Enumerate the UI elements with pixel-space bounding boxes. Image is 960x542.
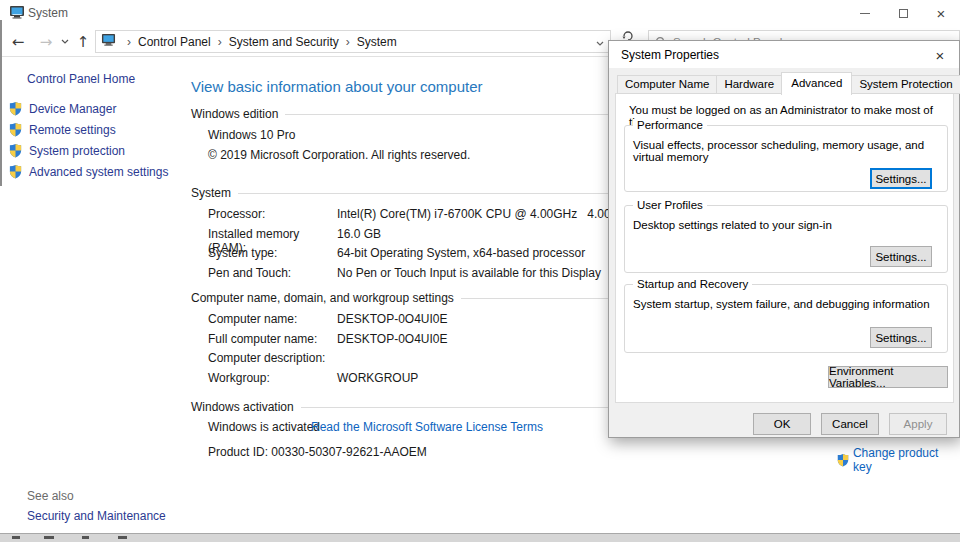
sidebar-item-label: System protection [29, 144, 125, 158]
see-also-heading: See also [27, 489, 74, 503]
table-row: Computer name: DESKTOP-0O4UI0E [208, 312, 447, 332]
uac-shield-icon [8, 122, 23, 137]
sidebar-item-system-protection[interactable]: System protection [8, 143, 125, 158]
section-title: System [191, 186, 238, 200]
product-id: Product ID: 00330-50307-92621-AAOEM [208, 445, 427, 459]
close-icon: × [937, 6, 946, 21]
background-fragment [44, 536, 54, 539]
table-row: Computer description: [208, 351, 447, 371]
tab-system-protection[interactable]: System Protection [851, 75, 960, 94]
section-title: Windows activation [191, 400, 301, 414]
system-info-rows: Processor: Intel(R) Core(TM) i7-6700K CP… [208, 207, 638, 285]
change-product-key-link[interactable]: Change product key [836, 446, 960, 474]
uac-shield-icon [8, 101, 23, 116]
breadcrumb-separator: › [346, 35, 350, 49]
breadcrumb-separator: › [218, 35, 222, 49]
ok-button[interactable]: OK [753, 413, 811, 435]
sidebar-item-control-panel-home[interactable]: Control Panel Home [27, 72, 135, 86]
dialog-title: System Properties [621, 48, 719, 62]
row-label: System type: [208, 246, 337, 266]
maximize-icon [899, 9, 908, 18]
page-title: View basic information about your comput… [191, 78, 483, 95]
window-title: System [28, 6, 68, 20]
table-row: System type: 64-bit Operating System, x6… [208, 246, 638, 266]
sidebar-item-label: Remote settings [29, 123, 116, 137]
row-value: 16.0 GB [337, 227, 381, 247]
maximize-button[interactable] [884, 0, 922, 26]
table-row: Installed memory (RAM): 16.0 GB [208, 227, 638, 247]
cancel-button[interactable]: Cancel [821, 413, 879, 435]
back-button[interactable]: ← [6, 26, 30, 57]
row-label: Workgroup: [208, 371, 337, 391]
uac-shield-icon [8, 164, 23, 179]
startup-recovery-settings-button[interactable]: Settings... [870, 327, 932, 348]
row-label: Pen and Touch: [208, 266, 337, 286]
tab-hardware[interactable]: Hardware [716, 75, 782, 94]
table-row: Pen and Touch: No Pen or Touch Input is … [208, 266, 638, 286]
row-label: Computer description: [208, 351, 337, 371]
computer-name-rows: Computer name: DESKTOP-0O4UI0E Full comp… [208, 312, 447, 390]
background-fragment [82, 536, 89, 539]
chevron-down-icon [61, 39, 69, 44]
computer-icon [101, 33, 116, 50]
table-row: Processor: Intel(R) Core(TM) i7-6700K CP… [208, 207, 638, 227]
group-description: Desktop settings related to your sign-in [633, 219, 832, 231]
breadcrumb-separator: › [127, 35, 131, 49]
row-label: Computer name: [208, 312, 337, 332]
sidebar-item-security-and-maintenance[interactable]: Security and Maintenance [27, 509, 166, 523]
user-profiles-group: User Profiles Desktop settings related t… [624, 205, 948, 273]
environment-variables-button[interactable]: Environment Variables... [828, 366, 948, 388]
table-row: Full computer name: DESKTOP-0O4UI0E [208, 332, 447, 352]
sidebar-item-label: Advanced system settings [29, 165, 168, 179]
system-control-panel-window: System × ← → ↑ › Control Panel › System … [0, 0, 960, 542]
recent-pages-dropdown[interactable] [58, 26, 72, 57]
row-label: Processor: [208, 207, 337, 227]
address-dropdown-icon[interactable] [596, 35, 604, 49]
breadcrumb-item-control-panel[interactable]: Control Panel [138, 35, 211, 49]
startup-recovery-group: Startup and Recovery System startup, sys… [624, 284, 948, 353]
group-title: User Profiles [633, 199, 707, 211]
breadcrumb-item-system-and-security[interactable]: System and Security [229, 35, 339, 49]
minimize-icon [860, 13, 870, 14]
title-bar: System × [0, 0, 960, 26]
forward-button[interactable]: → [34, 26, 58, 57]
section-title: Computer name, domain, and workgroup set… [191, 291, 461, 305]
performance-settings-button[interactable]: Settings... [870, 168, 932, 189]
row-label: Full computer name: [208, 332, 337, 352]
up-button[interactable]: ↑ [72, 26, 94, 57]
background-window-strip [0, 533, 960, 542]
sidebar-item-device-manager[interactable]: Device Manager [8, 101, 116, 116]
advanced-tab-page: You must be logged on as an Administrato… [615, 93, 954, 403]
dialog-close-button[interactable]: × [929, 46, 951, 64]
row-value: DESKTOP-0O4UI0E [337, 312, 447, 332]
sidebar-item-remote-settings[interactable]: Remote settings [8, 122, 116, 137]
sidebar-item-label: Device Manager [29, 102, 116, 116]
minimize-button[interactable] [846, 0, 884, 26]
background-fragment [118, 536, 127, 539]
tab-advanced[interactable]: Advanced [781, 72, 852, 95]
computer-icon [9, 4, 25, 24]
dialog-tab-strip: Computer Name Hardware Advanced System P… [617, 72, 960, 94]
license-terms-link[interactable]: Read the Microsoft Software License Term… [311, 420, 543, 434]
row-label: Installed memory (RAM): [208, 227, 337, 247]
tab-computer-name[interactable]: Computer Name [617, 75, 717, 94]
row-value: WORKGROUP [337, 371, 418, 391]
breadcrumb[interactable]: › Control Panel › System and Security › … [95, 30, 611, 53]
dialog-title-bar: System Properties × [609, 41, 959, 68]
breadcrumb-item-system[interactable]: System [357, 35, 397, 49]
close-button[interactable]: × [922, 0, 960, 26]
section-title: Windows edition [191, 107, 285, 121]
sidebar-item-advanced-system-settings[interactable]: Advanced system settings [8, 164, 168, 179]
system-properties-dialog: System Properties × Computer Name Hardwa… [608, 40, 960, 438]
user-profiles-settings-button[interactable]: Settings... [870, 246, 932, 267]
group-title: Performance [633, 119, 707, 131]
group-description: Visual effects, processor scheduling, me… [633, 139, 947, 163]
row-value: 64-bit Operating System, x64-based proce… [337, 246, 585, 266]
row-value: DESKTOP-0O4UI0E [337, 332, 447, 352]
background-window-edge [0, 20, 2, 186]
change-product-key-label: Change product key [853, 446, 960, 474]
row-value: No Pen or Touch Input is available for t… [337, 266, 601, 286]
group-description: System startup, system failure, and debu… [633, 298, 930, 310]
group-title: Startup and Recovery [633, 278, 752, 290]
windows-copyright: © 2019 Microsoft Corporation. All rights… [208, 148, 470, 162]
